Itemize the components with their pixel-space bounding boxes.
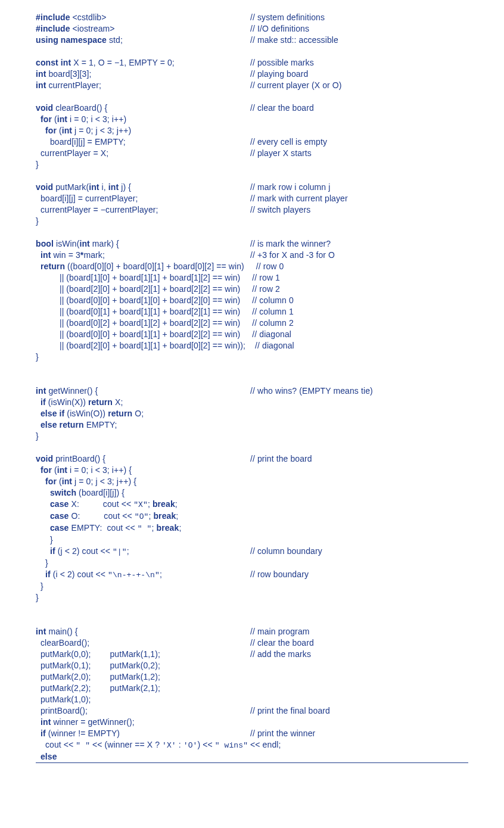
code-text: void clearBoard() { [36,103,107,113]
code-text [36,604,38,614]
code-comment: // print the winner [250,728,315,739]
code-line: for (int j = 0; j < 3; j++) [36,125,468,136]
code-line: else return EMPTY; [36,419,468,431]
code-text: case X: cout << "X"; break; [36,499,178,509]
code-line: #include <iostream>// I/O definitions [36,23,468,35]
code-text: board[i][j] = currentPlayer; [36,194,138,203]
code-line: putMark(2,0); putMark(1,2); [36,671,468,683]
code-text: cout << " " << (winner == X ? 'X' : 'O')… [36,740,281,749]
code-text: } [36,558,48,568]
code-text [36,92,38,101]
code-text: case O: cout << "O"; break; [36,511,178,521]
code-line: } [36,558,468,569]
code-text: const int X = 1, O = −1, EMPTY = 0; [36,58,175,67]
code-text: if (i < 2) cout << "\n-+-+-\n"; [36,569,162,579]
code-text: else return EMPTY; [36,420,117,429]
code-line: for (int i = 0; i < 3; i++) [36,114,468,125]
code-text [36,363,38,373]
code-line: int win = 3*mark;// +3 for X and -3 for … [36,250,468,261]
code-text: board[i][j] = EMPTY; [36,137,126,147]
code-text: currentPlayer = X; [36,148,108,158]
code-text [36,615,38,625]
code-comment: // main program [250,626,310,637]
bottom-rule [36,762,468,763]
code-line [36,603,468,615]
code-line [36,615,468,626]
code-text: void printBoard() { [36,454,105,463]
code-line: } [36,431,468,442]
code-text: } [36,216,39,226]
code-line: || (board[0][1] + board[1][1] + board[2]… [36,306,468,317]
code-listing: #include <cstdlib>// system definitions#… [0,0,504,775]
code-line: else if (isWin(O)) return O; [36,408,468,419]
code-line: putMark(0,0); putMark(1,1);// add the ma… [36,649,468,660]
code-text: if (j < 2) cout << "|"; [36,546,129,556]
code-comment: // column boundary [250,546,322,557]
code-text: printBoard(); [36,706,88,715]
code-line: } [36,351,468,363]
code-text: return ((board[0][0] + board[0][1] + boa… [36,262,284,271]
code-text: || (board[0][0] + board[1][1] + board[2]… [36,329,291,339]
code-line: } [36,581,468,592]
code-comment: // playing board [250,69,308,80]
code-line: int currentPlayer;// current player (X o… [36,80,468,91]
code-comment: // clear the board [250,102,314,114]
code-line: || (board[2][0] + board[2][1] + board[2]… [36,284,468,295]
code-line: putMark(0,1); putMark(0,2); [36,660,468,671]
code-line: cout << " " << (winner == X ? 'X' : 'O')… [36,739,468,751]
code-line: const int X = 1, O = −1, EMPTY = 0;// po… [36,57,468,69]
code-text: || (board[1][0] + board[1][1] + board[1]… [36,273,280,282]
code-line [36,227,468,238]
code-text: else if (isWin(O)) return O; [36,409,144,418]
code-text: clearBoard(); [36,638,89,648]
code-text [36,443,38,452]
code-line: || (board[0][0] + board[1][1] + board[2]… [36,329,468,340]
code-line: currentPlayer = −currentPlayer;// switch… [36,204,468,216]
code-comment: // is mark the winner? [250,238,331,250]
code-comment: // clear the board [250,637,314,649]
code-line: || (board[0][0] + board[1][0] + board[2]… [36,295,468,306]
code-text: int win = 3*mark; [36,250,105,260]
code-block: #include <cstdlib>// system definitions#… [36,12,468,762]
code-text: || (board[0][0] + board[1][0] + board[2]… [36,295,294,305]
code-comment: // +3 for X and -3 for O [250,250,335,261]
code-text: void putMark(int i, int j) { [36,182,131,192]
code-line: void printBoard() {// print the board [36,453,468,465]
code-line: || (board[0][2] + board[1][2] + board[2]… [36,317,468,329]
code-text: } [36,431,39,441]
code-line: case EMPTY: cout << " "; break; [36,522,468,534]
code-text: || (board[0][2] + board[1][2] + board[2]… [36,318,294,328]
code-line: putMark(1,0); [36,694,468,705]
code-line: int board[3][3];// playing board [36,69,468,80]
code-text: || (board[2][0] + board[2][1] + board[2]… [36,284,280,294]
code-comment: // every cell is empty [250,136,327,148]
code-line: void putMark(int i, int j) {// mark row … [36,182,468,193]
code-line: } [36,592,468,603]
code-text: for (int i = 0; i < 3; i++) { [36,465,132,475]
code-line: void clearBoard() {// clear the board [36,102,468,114]
code-comment: // print the final board [250,705,330,717]
code-line [36,91,468,102]
code-line [36,374,468,385]
code-line: clearBoard();// clear the board [36,637,468,649]
code-line: int winner = getWinner(); [36,717,468,728]
code-line: int getWinner() {// who wins? (EMPTY mea… [36,385,468,397]
code-line: switch (board[i][j]) { [36,487,468,499]
code-text [36,171,38,180]
code-text: } [36,593,39,602]
code-line: for (int i = 0; i < 3; i++) { [36,465,468,476]
code-line [36,442,468,453]
code-comment: // possible marks [250,57,314,69]
code-text [36,228,38,237]
code-line [36,46,468,57]
code-comment: // system definitions [250,12,325,23]
code-text: int currentPlayer; [36,80,101,90]
code-text: for (int j = 0; j < 3; j++) [36,126,131,135]
code-line: return ((board[0][0] + board[0][1] + boa… [36,261,468,272]
code-line: board[i][j] = currentPlayer;// mark with… [36,193,468,204]
code-line: putMark(2,2); putMark(2,1); [36,683,468,694]
code-text: if (isWin(X)) return X; [36,397,123,407]
code-text [36,375,38,384]
code-line: board[i][j] = EMPTY;// every cell is emp… [36,136,468,148]
code-line: || (board[2][0] + board[1][1] + board[0]… [36,340,468,351]
